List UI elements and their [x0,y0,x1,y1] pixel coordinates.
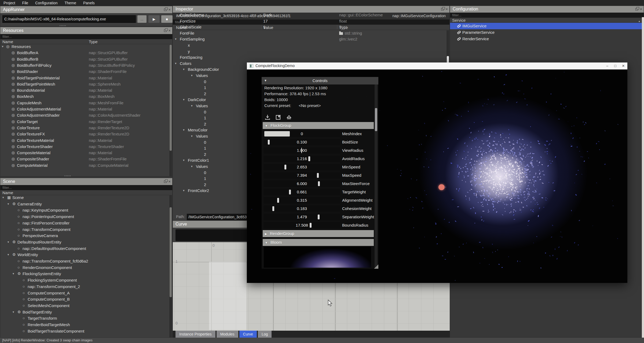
render-group-header[interactable]: ▶RenderGroup [263,230,374,237]
resource-row[interactable]: ◎BoidBufferAnap::StructGPUBuffer [0,50,172,57]
slider-row-viewradius[interactable]: 1.000ViewRadius [262,147,378,154]
resource-row[interactable]: ◎ColorTextureFXnap::RenderTexture2D [0,132,172,138]
scene-row[interactable]: ○BoidTargetTranslateComponent [0,329,172,335]
resources-column-header[interactable]: Name Type [0,39,172,44]
tree-collapse-icon[interactable]: ▾ [183,68,185,71]
scene-row[interactable]: ▾▦Scene [0,195,172,201]
tree-collapse-icon[interactable]: ▾ [13,272,14,275]
scene-row[interactable]: ○ComputeComponent_B [0,297,172,303]
close-panel-icon[interactable]: × [169,180,171,183]
resource-row[interactable]: ◎BoidBufferBnap::StructGPUBuffer [0,57,172,63]
collapse-caret-icon[interactable]: ▼ [264,79,267,82]
scene-row[interactable]: ○nap::TransformComponent [0,227,172,233]
stop-app-button[interactable]: ■ [161,15,173,23]
service-row-imguiservice[interactable]: IMGuiService [450,23,642,29]
float-panel-icon[interactable] [164,9,167,11]
tree-collapse-icon[interactable]: ▾ [191,104,193,108]
slider-row-separationweight[interactable]: 1.479SeparationWeight [262,214,378,220]
tree-collapse-icon[interactable]: ▾ [191,134,193,138]
tab-log[interactable]: Log [258,331,272,338]
flock-group-header[interactable]: ▼FlockGroup [263,122,374,129]
slider-row-alignmentweight[interactable]: 0.315AlignmentWeight [262,197,378,204]
slider-value[interactable]: 1.216 [264,156,340,162]
resource-row[interactable]: ◎BoidBufferFillPolicynap::StructBufferFi… [0,63,172,69]
scene-row[interactable]: ○nap::TransformComponent_2 [0,284,172,290]
property-row[interactable]: GlobalScale1float [173,25,449,31]
configuration-filter-input[interactable]: filter... [450,13,644,18]
scene-row[interactable]: ○RenderGnomonComponent [0,265,172,271]
slider-value[interactable]: 1.000 [264,147,340,154]
scene-row[interactable]: ▾⚙WorldEntity [0,252,172,259]
preset-value[interactable]: <No preset> [299,103,321,108]
configuration-scrollbar[interactable] [642,17,644,343]
controls-scrollbar-thumb[interactable] [375,108,377,131]
scene-filter-input[interactable]: filter... [0,185,172,190]
resource-row[interactable]: ◎ColorTextureMaterialnap::Material [0,138,172,144]
service-column-header[interactable]: Service ▲ [450,18,644,23]
scene-row[interactable]: ▾⚙FlockingSystemEntity [0,271,172,278]
slider-row-avoidradius[interactable]: 1.216AvoidRadius [262,156,378,162]
resize-grip[interactable] [374,264,378,269]
tree-collapse-icon[interactable]: ▾ [175,62,177,65]
slider-value[interactable]: 0.661 [264,189,340,195]
resource-row[interactable]: ◎BoidTargetPointMeshnap::SphereMesh [0,82,172,88]
splitter-handle[interactable]: ••••• [60,24,67,27]
tree-collapse-icon[interactable]: ▾ [8,240,9,244]
resource-row[interactable]: ◎ColorAdjustmentMaterialnap::Material [0,107,172,113]
close-panel-icon[interactable]: × [446,7,448,11]
property-row[interactable]: ColorSchemeDarknap::gui::EColorScheme [173,13,449,19]
scene-row[interactable]: ○nap::KeyInputComponent [0,208,172,214]
menu-item-project[interactable]: Project [0,0,19,6]
property-value[interactable]: Dark [263,13,272,17]
tree-collapse-icon[interactable]: ▾ [183,158,185,162]
column-name[interactable]: Name [2,39,13,44]
menu-item-configuration[interactable]: Configuration [32,0,61,6]
resources-filter-input[interactable]: filter... [0,34,172,39]
slider-value[interactable]: 7.394 [264,172,340,179]
resource-row[interactable]: ◎ColorTexturenap::RenderTexture2D [0,126,172,132]
resource-row[interactable]: ◎ColorTextureShadernap::TextureShader [0,144,172,150]
tree-collapse-icon[interactable]: ▾ [191,74,193,77]
resource-row[interactable]: ◎BoundsMaterialnap::Material [0,88,172,94]
scene-row[interactable]: ○nap::PointerInputComponent [0,214,172,220]
scene-row[interactable]: ▾⚙CameraEntity [0,202,172,208]
splitter-handle[interactable]: ••••• [64,175,71,177]
scene-row[interactable]: ○PerspectiveCamera [0,233,172,239]
scene-column-header[interactable]: Name [0,190,172,195]
resource-row[interactable]: ▾◎Resources [0,44,172,50]
property-row[interactable]: ▾FontSamplingglm::ivec2 [173,37,449,43]
scene-row[interactable]: ▾⚙DefaultInputRouterEntity [0,240,172,246]
scene-title-bar[interactable]: Scene × [0,178,172,185]
inspector-title-bar[interactable]: Inspector × [173,6,449,13]
scene-row[interactable]: ○nap::TransformComponent_fcf0d6a2 [0,259,172,265]
slider-value[interactable]: 2.653 [264,164,340,170]
scene-row[interactable]: ○nap::FirstPersonController [0,221,172,227]
property-row[interactable]: FontSpacing [173,55,449,61]
resource-row[interactable]: ◎ColorTargetnap::RenderTarget [0,119,172,126]
tree-collapse-icon[interactable]: ▾ [175,37,177,41]
resources-title-bar[interactable]: Resources × [0,27,172,34]
tab-instance-properties[interactable]: Instance Properties [175,331,215,338]
slider-value[interactable]: 0.183 [264,205,340,212]
column-service[interactable]: Service [452,18,466,23]
slider-row-maxspeed[interactable]: 7.394MaxSpeed [262,172,378,179]
slider-value[interactable]: 1.479 [264,214,340,220]
property-row[interactable]: FontFilestd::string [173,31,449,37]
resource-row[interactable]: ◎CompositeMaterialnap::Material [0,150,172,157]
tree-collapse-icon[interactable]: ▾ [2,196,4,199]
resource-row[interactable]: ◎BoidShadernap::ShaderFromFile [0,69,172,75]
scene-row[interactable]: ○TargetTransform [0,316,172,322]
eject-preset-icon[interactable] [286,114,292,120]
edit-preset-icon[interactable] [275,114,281,120]
float-panel-icon[interactable] [164,29,167,32]
tab-modules[interactable]: Modules [217,331,238,338]
demo-window-title-bar[interactable]: ComputeFlockingDemo – □ ✕ [247,62,627,69]
slider-value[interactable]: 6.000 [264,180,340,187]
scene-row[interactable]: ○nap::DefaultInputRouterComponent [0,246,172,252]
float-panel-icon[interactable] [164,180,167,183]
menu-item-file[interactable]: File [19,0,32,6]
float-panel-icon[interactable] [635,8,638,10]
scene-scrollbar[interactable] [169,195,172,337]
tree-collapse-icon[interactable]: ▾ [183,189,185,192]
property-row[interactable]: y [173,49,449,55]
